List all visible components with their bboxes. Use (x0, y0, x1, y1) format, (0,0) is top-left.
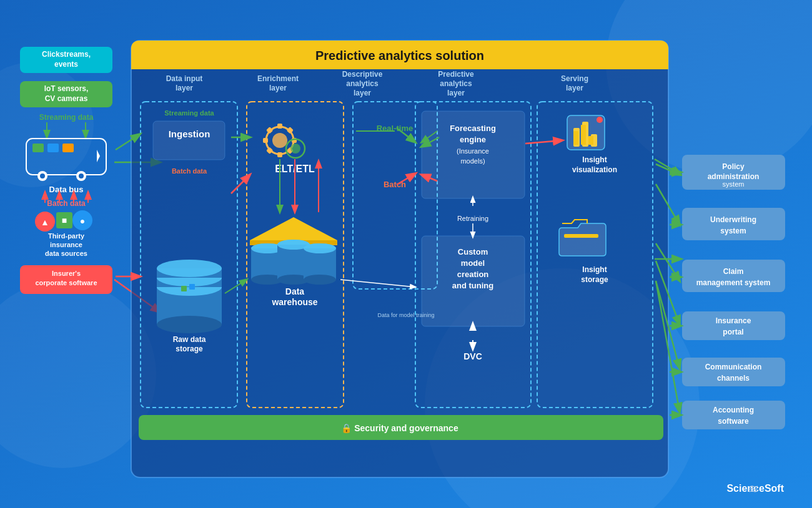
svg-rect-180 (682, 401, 785, 429)
svg-text:(Insurance: (Insurance (457, 147, 489, 155)
svg-marker-18 (97, 150, 100, 162)
svg-line-159 (656, 184, 680, 225)
svg-rect-85 (277, 152, 282, 157)
svg-text:layer: layer (447, 89, 465, 97)
svg-text:Data bus: Data bus (49, 185, 84, 194)
svg-rect-65 (157, 287, 222, 325)
svg-rect-174 (682, 311, 785, 340)
svg-text:Batch: Batch (384, 180, 406, 189)
svg-text:corporate software: corporate software (35, 279, 97, 286)
svg-rect-142 (139, 415, 663, 440)
svg-text:Batch data: Batch data (47, 199, 86, 208)
svg-text:system: system (720, 227, 746, 235)
svg-text:models): models) (460, 157, 485, 165)
svg-point-66 (157, 316, 222, 333)
svg-rect-99 (277, 245, 310, 280)
svg-rect-168 (682, 208, 785, 240)
svg-line-161 (656, 261, 680, 325)
svg-rect-87 (263, 138, 268, 143)
svg-rect-14 (26, 139, 106, 175)
svg-text:analytics: analytics (346, 79, 379, 88)
svg-point-80 (272, 133, 287, 148)
svg-text:IoT sensors,: IoT sensors, (44, 84, 89, 93)
svg-text:system: system (723, 180, 745, 188)
svg-point-101 (277, 240, 310, 250)
svg-rect-15 (32, 144, 44, 152)
svg-rect-69 (157, 278, 222, 287)
svg-point-2 (425, 268, 700, 508)
svg-point-102 (304, 243, 336, 253)
svg-rect-61 (153, 121, 225, 160)
svg-point-68 (157, 269, 222, 286)
svg-text:Forecasting: Forecasting (450, 124, 496, 133)
svg-text:warehouse: warehouse (271, 297, 317, 307)
svg-text:▲: ▲ (41, 217, 49, 227)
svg-text:Insight: Insight (582, 155, 607, 164)
svg-rect-139 (564, 234, 598, 238)
svg-marker-92 (250, 217, 337, 240)
svg-line-158 (656, 164, 680, 175)
svg-point-104 (304, 275, 336, 285)
svg-rect-130 (582, 122, 588, 147)
svg-text:Underwriting: Underwriting (710, 215, 756, 224)
svg-line-194 (397, 128, 415, 142)
svg-text:Custom: Custom (458, 247, 488, 256)
svg-point-136 (597, 117, 603, 123)
svg-text:ELT/ETL: ELT/ETL (275, 164, 315, 174)
svg-text:Predictive analytics solution: Predictive analytics solution (315, 49, 484, 62)
svg-rect-131 (591, 134, 597, 147)
svg-line-160 (656, 243, 680, 281)
svg-text:model: model (461, 258, 485, 268)
svg-line-162 (656, 281, 680, 368)
svg-rect-88 (266, 127, 273, 134)
svg-point-64 (157, 278, 222, 296)
svg-text:creation: creation (457, 270, 489, 279)
svg-point-20 (76, 171, 86, 181)
svg-rect-5 (20, 47, 112, 73)
svg-rect-112 (422, 111, 525, 198)
svg-rect-82 (287, 127, 294, 134)
svg-text:Clickstreams,: Clickstreams, (42, 50, 91, 59)
svg-text:Raw data: Raw data (173, 335, 206, 344)
svg-point-1 (606, 0, 812, 175)
svg-rect-164 (682, 155, 785, 190)
svg-line-42 (114, 280, 160, 312)
svg-point-29 (35, 212, 55, 232)
svg-text:management system: management system (696, 278, 771, 287)
svg-rect-17 (62, 144, 74, 152)
svg-point-21 (40, 173, 45, 178)
svg-text:DVC: DVC (463, 351, 482, 361)
svg-rect-134 (581, 125, 586, 145)
svg-text:engine: engine (460, 135, 486, 144)
svg-rect-133 (573, 131, 578, 145)
svg-text:layer: layer (176, 84, 193, 92)
svg-text:administration: administration (708, 172, 760, 181)
svg-line-149 (422, 137, 439, 147)
svg-text:Predictive: Predictive (438, 70, 474, 79)
svg-point-100 (277, 275, 310, 285)
svg-point-90 (290, 144, 300, 154)
svg-text:Third-party: Third-party (48, 232, 85, 240)
svg-text:Enrichment: Enrichment (257, 74, 299, 83)
svg-rect-108 (353, 102, 437, 289)
svg-rect-0 (0, 0, 812, 508)
svg-text:layer: layer (566, 84, 583, 92)
svg-text:Serving: Serving (561, 74, 588, 83)
svg-text:Claim: Claim (723, 267, 744, 276)
svg-rect-95 (251, 248, 284, 280)
svg-point-97 (251, 243, 284, 253)
svg-text:Data: Data (285, 286, 305, 296)
svg-rect-72 (157, 268, 222, 278)
svg-rect-44 (131, 41, 668, 69)
svg-rect-83 (292, 138, 297, 143)
svg-text:Data for model training: Data for model training (377, 312, 434, 318)
svg-line-151 (422, 131, 437, 142)
svg-rect-75 (189, 284, 195, 290)
svg-line-146 (231, 175, 250, 193)
svg-point-98 (277, 240, 310, 250)
svg-text:ScienceSoft: ScienceSoft (726, 483, 784, 494)
svg-text:Streaming data: Streaming data (39, 113, 94, 122)
svg-text:●: ● (80, 216, 85, 226)
svg-line-195 (397, 173, 415, 185)
svg-line-193 (225, 280, 247, 293)
